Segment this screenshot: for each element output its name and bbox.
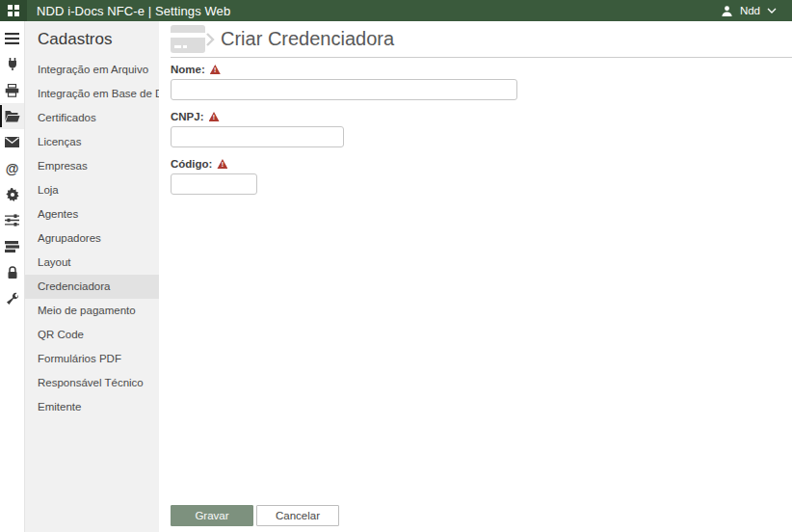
menu-item-layout[interactable]: Layout [25,251,159,275]
menu-item-meio-de-pagamento[interactable]: Meio de pagamento [25,299,159,323]
nome-input[interactable] [171,79,517,100]
user-icon [721,5,733,17]
menu-item-credenciadora[interactable]: Credenciadora [25,275,159,299]
credit-card-icon [171,24,215,55]
app-title: NDD i-Docs NFC-e | Settings Web [37,4,230,18]
menu-item-formularios-pdf[interactable]: Formulários PDF [25,347,159,371]
page-title: Criar Credenciadora [221,28,394,50]
menu-item-certificados[interactable]: Certificados [25,106,159,130]
form-actions: Gravar Cancelar [171,505,792,532]
plug-icon[interactable] [0,51,24,77]
folder-open-icon[interactable] [0,103,24,129]
main-area: @ [0,21,792,532]
menu-item-integracao-base-dados[interactable]: Integração em Base de Dados [25,82,159,106]
menu-hamburger-icon[interactable] [0,25,24,51]
cancel-button[interactable]: Cancelar [256,505,339,526]
menu-item-qr-code[interactable]: QR Code [25,323,159,347]
menu-item-agentes[interactable]: Agentes [25,202,159,226]
server-list-icon[interactable] [0,233,24,259]
apps-grid-icon[interactable] [0,0,27,21]
cnpj-field-group: CNPJ: ! [171,111,792,147]
menu-item-licencas[interactable]: Licenças [25,130,159,154]
cnpj-input[interactable] [171,126,344,147]
required-warning-icon: ! [210,65,221,74]
menu-item-integracao-arquivo[interactable]: Integração em Arquivo [25,58,159,82]
save-button[interactable]: Gravar [171,505,253,526]
sidebar-menu: Cadastros Integração em Arquivo Integraç… [25,21,159,532]
menu-item-agrupadores[interactable]: Agrupadores [25,226,159,251]
codigo-input[interactable] [171,173,257,195]
sliders-icon[interactable] [0,207,24,233]
nome-label: Nome: ! [171,64,792,75]
gear-icon[interactable] [0,181,24,207]
user-label: Ndd [740,5,760,16]
printer-icon[interactable] [0,77,24,103]
content-area: Criar Credenciadora Nome: ! CNPJ: ! Códi… [159,21,792,532]
lock-icon[interactable] [0,259,24,285]
chevron-down-icon [767,8,777,13]
required-warning-icon: ! [217,159,227,169]
wrench-icon[interactable] [0,285,24,311]
user-menu[interactable]: Ndd [721,5,777,17]
icon-rail: @ [0,21,25,532]
credenciadora-form: Nome: ! CNPJ: ! Código: ! [171,58,792,205]
top-bar: NDD i-Docs NFC-e | Settings Web Ndd [0,0,792,21]
menu-item-responsavel-tecnico[interactable]: Responsável Técnico [25,371,159,395]
at-sign-icon[interactable]: @ [0,155,24,181]
menu-header: Cadastros [25,21,159,58]
menu-item-emitente[interactable]: Emitente [25,395,159,419]
menu-item-empresas[interactable]: Empresas [25,154,159,178]
required-warning-icon: ! [209,112,220,121]
envelope-icon[interactable] [0,129,24,155]
cnpj-label: CNPJ: ! [171,111,792,122]
codigo-label: Código: ! [171,158,792,170]
page-header: Criar Credenciadora [171,21,792,58]
menu-item-loja[interactable]: Loja [25,178,159,202]
codigo-field-group: Código: ! [171,158,792,195]
nome-field-group: Nome: ! [171,64,792,100]
